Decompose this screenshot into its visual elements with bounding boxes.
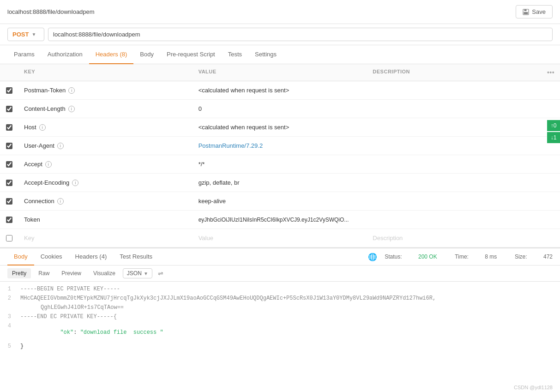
- table-row: User-Agent i PostmanRuntime/7.29.2: [0, 137, 560, 155]
- json-format-select[interactable]: JSON ▼: [123, 268, 152, 278]
- time-label: Time:: [455, 253, 469, 260]
- top-bar-url: localhost:8888/file/downloadpem: [7, 8, 95, 15]
- save-label: Save: [532, 8, 546, 15]
- table-row: Content-Length i 0: [0, 100, 560, 118]
- tab-authorization[interactable]: Authorization: [41, 45, 89, 64]
- tab-headers[interactable]: Headers (8): [89, 45, 134, 64]
- row-3-key: Host i: [18, 121, 193, 133]
- format-pretty-button[interactable]: Pretty: [7, 268, 31, 278]
- url-input[interactable]: [48, 28, 553, 41]
- more-options-icon[interactable]: •••: [547, 69, 554, 76]
- resp-tab-headers[interactable]: Headers (4): [69, 248, 114, 265]
- size-label: Size:: [515, 253, 527, 260]
- row-5-desc: [367, 162, 542, 167]
- empty-key: Key: [18, 232, 193, 244]
- line-content-2: MHcCAQEEIGVbmmZ0tMEYpkMZNU7jHrcqTgJkXyk3…: [17, 295, 560, 302]
- tab-tests[interactable]: Tests: [222, 45, 248, 64]
- table-row: Accept i */*: [0, 155, 560, 174]
- line-num-5: 5: [0, 343, 17, 350]
- col-description: DESCRIPTION: [367, 67, 542, 78]
- col-key: KEY: [18, 67, 193, 78]
- row-3-checkbox[interactable]: [6, 124, 12, 131]
- row-4-info-icon[interactable]: i: [57, 143, 64, 149]
- empty-description: Description: [367, 232, 542, 244]
- scroll-overlay: ↑ 0 ↓ 1: [547, 120, 560, 143]
- code-line-2: 2 MHcCAQEEIGVbmmZ0tMEYpkMZNU7jHrcqTgJkXy…: [0, 295, 560, 304]
- row-1-desc: [367, 88, 542, 93]
- row-7-value: keep-alive: [193, 195, 367, 207]
- wrap-icon: ⇌: [158, 270, 163, 277]
- wrap-lines-button[interactable]: ⇌: [155, 268, 166, 278]
- scroll-down-count: 1: [554, 134, 557, 141]
- json-format-label: JSON: [127, 270, 142, 277]
- row-2-checkbox[interactable]: [6, 106, 12, 112]
- format-preview-button[interactable]: Preview: [57, 268, 86, 278]
- method-dropdown[interactable]: POST ▼: [7, 28, 44, 41]
- row-5-value: */*: [193, 158, 367, 170]
- code-line-3: 3 -----END EC PRIVATE KEY-----{: [0, 313, 560, 322]
- svg-rect-2: [524, 12, 528, 14]
- tab-settings[interactable]: Settings: [248, 45, 283, 64]
- line-num-2: 2: [0, 295, 17, 302]
- row-6-info-icon[interactable]: i: [72, 180, 78, 186]
- chevron-down-icon: ▼: [144, 271, 148, 276]
- empty-row-checkbox[interactable]: [6, 235, 12, 241]
- line-num-1: 1: [0, 286, 17, 292]
- row-5-checkbox[interactable]: [6, 161, 12, 168]
- row-2-key: Content-Length i: [18, 103, 193, 115]
- scroll-up-button[interactable]: ↑ 0: [547, 120, 560, 131]
- resp-tab-body[interactable]: Body: [7, 248, 34, 265]
- row-1-info-icon[interactable]: i: [68, 87, 75, 94]
- save-icon: [523, 9, 529, 15]
- response-format-bar: Pretty Raw Preview Visualize JSON ▼ ⇌: [0, 265, 560, 282]
- table-row: Host i <calculated when request is sent>: [0, 118, 560, 137]
- line-num-3: 3: [0, 314, 17, 320]
- resp-tab-cookies[interactable]: Cookies: [34, 248, 69, 265]
- format-raw-button[interactable]: Raw: [34, 268, 54, 278]
- col-actions: •••: [542, 67, 560, 78]
- row-3-desc: [367, 125, 542, 130]
- row-2-value: 0: [193, 103, 367, 115]
- row-3-value: <calculated when request is sent>: [193, 121, 367, 133]
- empty-value: Value: [193, 232, 367, 244]
- chevron-down-icon: ▼: [31, 32, 36, 37]
- tab-params[interactable]: Params: [7, 45, 41, 64]
- scroll-down-button[interactable]: ↓ 1: [547, 132, 560, 143]
- scroll-up-count: 0: [554, 122, 557, 129]
- tab-body[interactable]: Body: [133, 45, 160, 64]
- row-7-checkbox[interactable]: [6, 198, 12, 205]
- response-code-area: 1 -----BEGIN EC PRIVATE KEY----- 2 MHcCA…: [0, 282, 560, 356]
- row-8-checkbox[interactable]: [6, 217, 12, 223]
- row-4-key: User-Agent i: [18, 139, 193, 152]
- line-content-1: -----BEGIN EC PRIVATE KEY-----: [17, 286, 560, 292]
- status-label: Status:: [385, 253, 402, 260]
- col-check: [0, 67, 18, 78]
- save-button[interactable]: Save: [516, 5, 553, 18]
- row-5-info-icon[interactable]: i: [45, 161, 52, 168]
- row-6-checkbox[interactable]: [6, 180, 12, 186]
- row-3-info-icon[interactable]: i: [39, 124, 46, 131]
- format-visualize-button[interactable]: Visualize: [89, 268, 120, 278]
- headers-table-header: KEY VALUE DESCRIPTION •••: [0, 64, 560, 81]
- table-row: Connection i keep-alive: [0, 192, 560, 211]
- row-7-info-icon[interactable]: i: [57, 198, 64, 205]
- row-2-info-icon[interactable]: i: [68, 106, 75, 112]
- table-row-empty: Key Value Description: [0, 229, 560, 247]
- code-line-4: 4 "ok": "download file success ": [0, 322, 560, 343]
- globe-icon[interactable]: 🌐: [368, 253, 377, 261]
- row-1-value: <calculated when request is sent>: [193, 84, 367, 96]
- row-6-key: Accept-Encoding i: [18, 176, 193, 189]
- line-content-5: }: [17, 343, 560, 350]
- table-row: Accept-Encoding i gzip, deflate, br: [0, 174, 560, 192]
- row-1-checkbox[interactable]: [6, 87, 12, 94]
- row-8-value: eyJhbGciOiJIUzI1NiIsInR5cCI6IkpXVCJ9.eyJ…: [193, 214, 367, 226]
- row-4-checkbox[interactable]: [6, 143, 12, 149]
- footer-note: CSDN @ydl1128: [514, 385, 553, 390]
- tab-pre-request[interactable]: Pre-request Script: [160, 45, 222, 64]
- request-tabs: Params Authorization Headers (8) Body Pr…: [0, 45, 560, 64]
- table-row: Token eyJhbGciOiJIUzI1NiIsInR5cCI6IkpXVC…: [0, 211, 560, 229]
- row-1-key: Postman-Token i: [18, 84, 193, 96]
- row-6-value: gzip, deflate, br: [193, 176, 367, 189]
- resp-tab-test-results[interactable]: Test Results: [113, 248, 159, 265]
- row-7-desc: [367, 199, 542, 204]
